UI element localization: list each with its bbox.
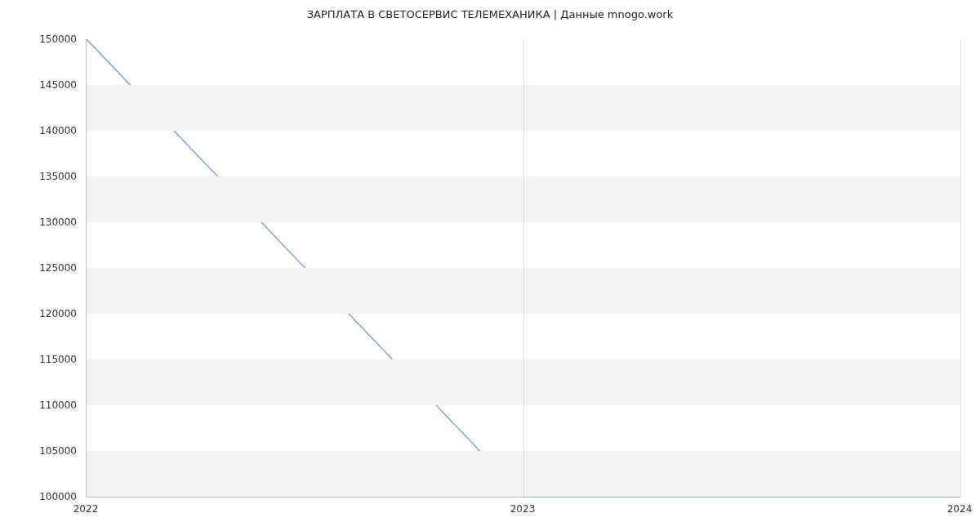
grid-vline (960, 39, 961, 497)
y-tick-label: 145000 (0, 79, 82, 91)
x-tick-label: 2022 (74, 503, 99, 515)
plot-area (86, 39, 960, 498)
y-tick-label: 105000 (0, 445, 82, 457)
x-tick-label: 2024 (947, 503, 973, 515)
grid-vline (523, 39, 524, 497)
y-tick-label: 140000 (0, 125, 82, 136)
y-tick-label: 120000 (0, 308, 82, 319)
y-tick-label: 110000 (0, 399, 82, 411)
y-tick-label: 130000 (0, 216, 82, 228)
chart-container: ЗАРПЛАТА В СВЕТОСЕРВИС ТЕЛЕМЕХАНИКА | Да… (0, 0, 980, 531)
y-tick-label: 150000 (0, 33, 82, 45)
chart-title: ЗАРПЛАТА В СВЕТОСЕРВИС ТЕЛЕМЕХАНИКА | Да… (0, 8, 980, 20)
y-tick-label: 135000 (0, 171, 82, 182)
y-tick-label: 100000 (0, 491, 82, 502)
x-tick-label: 2023 (510, 503, 536, 515)
y-tick-label: 125000 (0, 262, 82, 274)
y-tick-label: 115000 (0, 354, 82, 365)
